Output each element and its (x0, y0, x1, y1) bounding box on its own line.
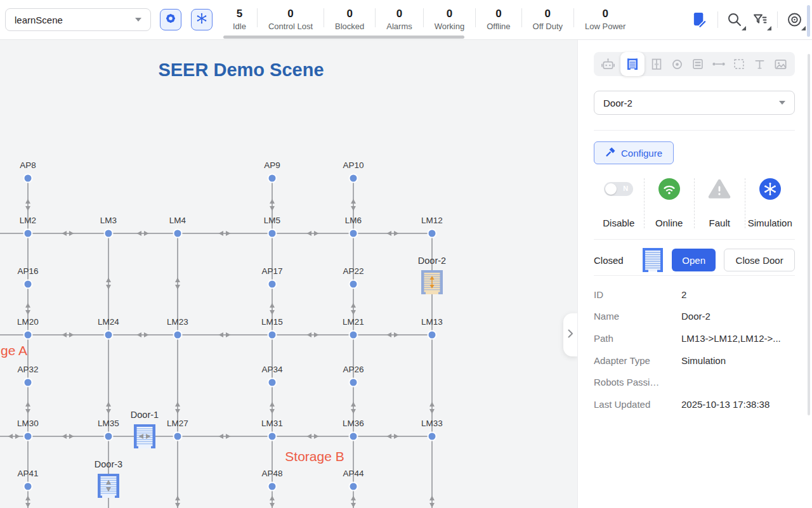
node-ap16[interactable] (24, 280, 32, 289)
object-type-toolbar (594, 52, 795, 76)
node-lm23[interactable] (174, 331, 182, 339)
hammer-icon (605, 147, 616, 159)
property-row: ID2 (594, 283, 795, 306)
object-inspector-panel: Door-2 Configure NDisableOnlineFaultSimu… (577, 40, 812, 508)
node-ap10[interactable] (350, 174, 358, 183)
property-list: ID2NameDoor-2PathLM13->LM12,LM12->...Ada… (594, 283, 795, 415)
node-lm2[interactable] (24, 230, 32, 238)
node-label: LM27 (167, 419, 188, 428)
property-value: Simulation (681, 355, 726, 366)
node-lm27[interactable] (174, 433, 182, 441)
stat-value: 0 (602, 8, 608, 20)
node-ap8[interactable] (24, 174, 32, 183)
node-lm36[interactable] (350, 433, 358, 441)
horizontal-scrollbar[interactable] (223, 36, 464, 39)
node-label: LM35 (98, 419, 119, 428)
property-value: 2 (681, 289, 686, 300)
node-label: LM31 (261, 419, 283, 428)
property-label: Adapter Type (594, 355, 681, 366)
tool-text-icon[interactable] (751, 56, 768, 73)
search-icon[interactable] (726, 11, 743, 29)
vertical-scrollbar-track[interactable] (808, 54, 810, 415)
scene-graph[interactable]: SEER Demo Scenege AStorage BDoor-1Door-2… (0, 40, 577, 508)
stat-blocked: 0Blocked (324, 3, 375, 32)
node-ap26[interactable] (350, 379, 358, 387)
disable-toggle[interactable]: N (604, 182, 633, 196)
property-label: Name (594, 311, 681, 322)
node-ap34[interactable] (268, 379, 277, 387)
menu-corner-indicator (801, 26, 806, 30)
node-lm35[interactable] (105, 433, 113, 441)
tool-double-door-icon[interactable] (648, 56, 665, 73)
divider (594, 239, 795, 240)
node-ap44[interactable] (350, 483, 358, 491)
tool-robot-icon[interactable] (599, 56, 617, 73)
node-lm3[interactable] (105, 230, 113, 238)
status-label: Fault (709, 218, 730, 228)
node-label: AP44 (343, 469, 364, 478)
node-lm24[interactable] (105, 331, 113, 339)
node-label: LM3 (100, 216, 117, 225)
node-label: LM5 (264, 216, 280, 225)
scene-title: SEER Demo Scene (158, 60, 324, 80)
node-lm6[interactable] (350, 230, 358, 238)
tool-station-icon[interactable] (690, 56, 707, 73)
stat-label: Idle (233, 20, 246, 32)
tool-point-icon[interactable] (669, 56, 686, 73)
node-lm21[interactable] (350, 331, 358, 339)
node-ap9[interactable] (268, 174, 277, 183)
toggle-knob (605, 183, 617, 195)
node-ap22[interactable] (350, 280, 358, 289)
robot-status-counters: 5Idle0Control Lost0Blocked0Alarms0Workin… (222, 0, 636, 36)
stat-value: 0 (346, 8, 352, 20)
door-door-2[interactable] (421, 270, 443, 294)
stat-label: Blocked (335, 20, 364, 32)
stat-offline: 0Offline (476, 3, 521, 32)
open-door-button[interactable]: Open (672, 249, 716, 271)
node-lm30[interactable] (24, 433, 32, 441)
node-label: LM6 (345, 216, 362, 225)
vertical-scrollbar-thumb[interactable] (807, 5, 810, 37)
node-label: LM24 (98, 317, 119, 327)
tool-area-icon[interactable] (731, 56, 748, 73)
configure-label: Configure (621, 148, 662, 159)
tool-edge-icon[interactable] (710, 56, 727, 73)
stat-idle: 5Idle (222, 3, 257, 32)
configure-button[interactable]: Configure (594, 141, 674, 164)
wifi-icon (658, 178, 680, 200)
visibility-icon[interactable] (786, 11, 803, 29)
door-door-3[interactable] (98, 474, 119, 498)
chevron-right-icon (567, 329, 573, 341)
node-lm5[interactable] (268, 230, 277, 238)
node-lm15[interactable] (268, 331, 277, 339)
settings-button[interactable] (160, 9, 181, 30)
scene-select[interactable]: learnScene (5, 8, 151, 31)
status-disable-icon[interactable]: N (604, 178, 633, 200)
edit-scene-icon[interactable] (692, 11, 709, 29)
node-ap41[interactable] (24, 483, 32, 491)
filter-icon[interactable] (752, 11, 769, 29)
node-label: LM36 (343, 419, 364, 428)
door-door-1[interactable] (134, 424, 155, 448)
property-value: LM13->LM12,LM12->... (681, 333, 781, 344)
node-lm31[interactable] (268, 433, 277, 441)
node-ap17[interactable] (268, 280, 277, 289)
node-lm13[interactable] (428, 331, 436, 339)
tool-door-icon[interactable] (620, 52, 645, 76)
node-lm33[interactable] (428, 433, 436, 441)
node-lm4[interactable] (174, 230, 182, 238)
toggle-letter: N (623, 185, 628, 192)
panel-collapse-handle[interactable] (563, 313, 577, 356)
object-select[interactable]: Door-2 (594, 91, 795, 115)
node-lm20[interactable] (24, 331, 32, 339)
scene-canvas[interactable]: SEER Demo Scenege AStorage BDoor-1Door-2… (0, 40, 577, 508)
node-ap48[interactable] (268, 483, 277, 491)
tool-image-icon[interactable] (772, 56, 789, 73)
node-ap32[interactable] (24, 379, 32, 387)
node-lm12[interactable] (428, 230, 436, 238)
divider (777, 11, 778, 28)
property-label: Path (594, 333, 681, 344)
simulation-button[interactable] (191, 9, 213, 30)
stat-label: Offline (487, 20, 510, 32)
close-door-button[interactable]: Close Door (724, 249, 795, 271)
